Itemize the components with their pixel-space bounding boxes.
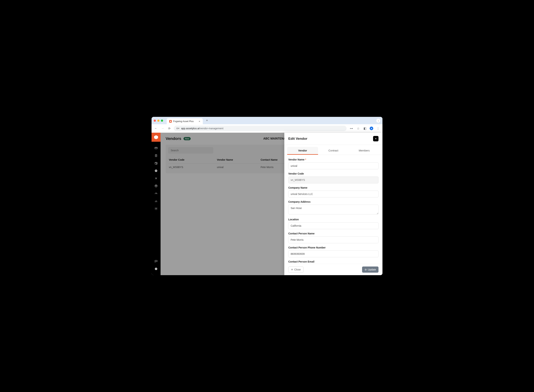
menu-icon[interactable]: ⋮ — [376, 126, 380, 131]
vendor-form: Vendor Name * Vendor Code Company Name C… — [284, 155, 383, 264]
browser-window: Fogwing Asset Plus × + ⌄ ← → ⟳ ⊙≡ app.as… — [151, 117, 383, 275]
label-company-name: Company Name — [288, 186, 378, 189]
input-vendor-code — [288, 177, 378, 183]
input-contact-phone[interactable] — [288, 250, 378, 257]
svg-point-7 — [156, 163, 157, 164]
drawer-title: Edit Vendor — [288, 137, 307, 141]
maximize-window-button[interactable] — [161, 120, 163, 122]
sidebar-item-gauge[interactable] — [151, 190, 161, 197]
browser-tab[interactable]: Fogwing Asset Plus × — [167, 118, 203, 124]
favicon-icon — [169, 120, 172, 123]
label-contact-phone: Contact Person Phone Number — [288, 246, 378, 249]
panel-icon[interactable]: ◧ — [363, 126, 367, 131]
input-contact-name[interactable] — [288, 236, 378, 243]
label-contact-email: Contact Person Email — [288, 260, 378, 263]
new-tab-button[interactable]: + — [205, 119, 209, 122]
main-content: Vendors New ABC MAINTENANCE SERVICES Ven… — [161, 133, 383, 275]
close-drawer-button[interactable]: ✕ — [373, 136, 378, 141]
close-button-label: Close — [294, 268, 301, 271]
input-location[interactable] — [288, 222, 378, 229]
sidebar: ? — [151, 133, 161, 275]
close-window-button[interactable] — [154, 120, 156, 122]
app-logo[interactable] — [151, 133, 161, 142]
back-button[interactable]: ← — [154, 126, 158, 130]
sidebar-item-gear[interactable] — [151, 205, 161, 212]
label-vendor-code: Vendor Code — [288, 172, 378, 175]
sidebar-item-help[interactable]: ? — [151, 266, 161, 272]
svg-point-14 — [156, 208, 157, 209]
svg-line-10 — [156, 193, 156, 194]
forward-button[interactable]: → — [161, 126, 165, 130]
profile-avatar-icon[interactable]: ● — [370, 126, 373, 130]
drawer-header: Edit Vendor ✕ — [284, 133, 383, 145]
window-controls — [154, 120, 163, 122]
sidebar-item-tools[interactable] — [151, 175, 161, 182]
close-icon: ✕ — [291, 268, 293, 271]
tab-vendor[interactable]: Vendor — [287, 147, 318, 155]
svg-rect-0 — [155, 147, 157, 149]
sidebar-item-play[interactable] — [151, 167, 161, 174]
update-button-label: Update — [368, 268, 376, 271]
url-input[interactable]: ⊙≡ app.assetplus.ai/vendor-management — [174, 126, 347, 131]
drawer-footer: ✕ Close ⊘ Update — [284, 264, 383, 275]
label-contact-name: Contact Person Name — [288, 232, 378, 235]
close-tab-button[interactable]: × — [199, 120, 200, 123]
sidebar-item-calendar[interactable] — [151, 160, 161, 167]
label-vendor-name: Vendor Name * — [288, 158, 378, 161]
input-company-name[interactable] — [288, 191, 378, 197]
reload-button[interactable]: ⟳ — [167, 126, 171, 131]
site-info-icon: ⊙≡ — [176, 127, 179, 130]
tab-contract[interactable]: Contract — [318, 147, 349, 155]
url-path: /vendor-management — [199, 127, 223, 130]
tabs-dropdown-button[interactable]: ⌄ — [376, 119, 380, 123]
svg-rect-5 — [155, 162, 157, 164]
svg-rect-2 — [155, 154, 157, 157]
tab-members[interactable]: Members — [349, 147, 380, 155]
browser-tabbar: Fogwing Asset Plus × + ⌄ — [151, 117, 383, 124]
sidebar-item-stats[interactable] — [151, 198, 161, 205]
svg-text:?: ? — [156, 268, 156, 270]
drawer-tabs: Vendor Contract Members — [284, 145, 383, 155]
label-location: Location — [288, 218, 378, 221]
input-vendor-name[interactable] — [288, 163, 378, 169]
sidebar-item-box3d[interactable] — [151, 182, 161, 189]
sidebar-item-chat[interactable] — [151, 258, 161, 265]
password-icon[interactable]: ⊶ — [349, 126, 354, 131]
bookmark-icon[interactable]: ☆ — [356, 126, 360, 131]
edit-vendor-drawer: Edit Vendor ✕ Vendor Contract Members Ve… — [284, 133, 383, 275]
close-button[interactable]: ✕ Close — [288, 266, 303, 273]
sidebar-item-card[interactable] — [151, 145, 161, 151]
update-button[interactable]: ⊘ Update — [362, 266, 378, 273]
minimize-window-button[interactable] — [157, 120, 160, 122]
sidebar-item-clipboard[interactable] — [151, 152, 161, 159]
textarea-company-address[interactable]: San Hose — [288, 205, 378, 215]
label-company-address: Company Address — [288, 200, 378, 203]
tab-title: Fogwing Asset Plus — [173, 120, 194, 123]
browser-addressbar: ← → ⟳ ⊙≡ app.assetplus.ai/vendor-managem… — [151, 124, 383, 133]
url-domain: app.assetplus.ai — [181, 127, 199, 130]
check-icon: ⊘ — [365, 268, 367, 271]
app-root: ? Vendors New ABC MAINTENANCE SERVICES V… — [151, 133, 383, 275]
